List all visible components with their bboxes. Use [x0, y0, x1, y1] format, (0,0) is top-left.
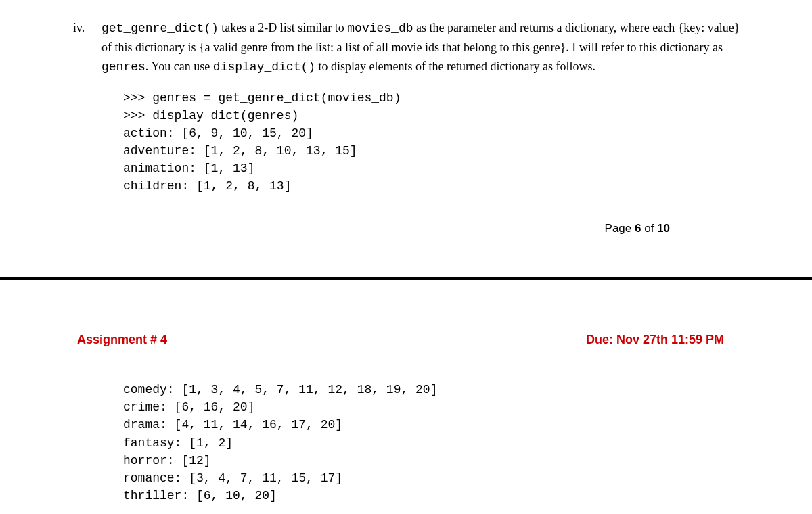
code-inline: genres: [102, 60, 145, 74]
item-description: get_genre_dict() takes a 2-D list simila…: [102, 19, 744, 77]
page-of: of: [641, 222, 657, 235]
text: to display elements of the returned dict…: [315, 60, 595, 73]
page-top-section: iv. get_genre_dict() takes a 2-D list si…: [0, 0, 812, 235]
page-prefix: Page: [605, 222, 635, 235]
code-inline: get_genre_dict(): [102, 22, 219, 35]
code-inline: display_dict(): [213, 60, 315, 74]
item-numeral: iv.: [68, 19, 102, 38]
list-item: iv. get_genre_dict() takes a 2-D list si…: [68, 19, 744, 77]
page-number: Page 6 of 10: [68, 195, 744, 235]
header-row: Assignment # 4 Due: Nov 27th 11:59 PM: [68, 333, 744, 347]
code-block-bottom: comedy: [1, 3, 4, 5, 7, 11, 12, 18, 19, …: [123, 381, 744, 505]
page-bottom-section: Assignment # 4 Due: Nov 27th 11:59 PM co…: [0, 280, 812, 505]
assignment-title: Assignment # 4: [77, 333, 167, 347]
code-block-top: >>> genres = get_genre_dict(movies_db) >…: [123, 89, 744, 195]
text: . You can use: [145, 60, 213, 73]
due-date: Due: Nov 27th 11:59 PM: [586, 333, 724, 347]
code-inline: movies_db: [347, 22, 413, 35]
page-total: 10: [657, 222, 670, 235]
text: takes a 2-D list similar to: [219, 21, 347, 34]
